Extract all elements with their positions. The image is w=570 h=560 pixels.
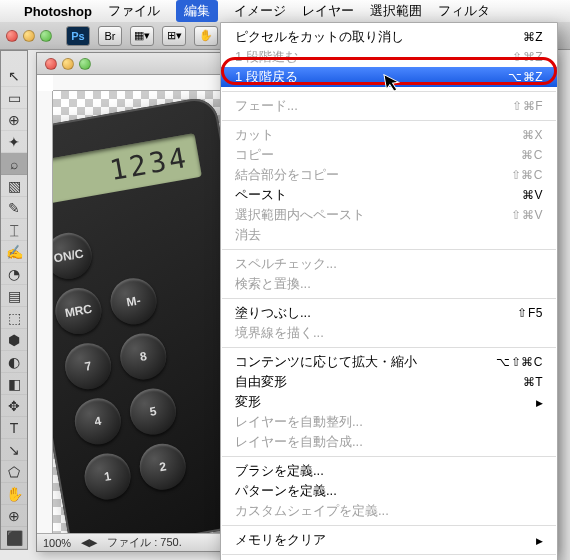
menu-item-label: 1 段階進む (235, 48, 298, 66)
calc-button-1: 1 (81, 450, 134, 503)
tool-19[interactable]: ✋ (1, 483, 27, 505)
calc-button-M-: M- (107, 275, 160, 328)
tool-2[interactable]: ⊕ (1, 109, 27, 131)
menu-item: 1 段階進む⇧⌘Z (221, 47, 557, 67)
minimize-button[interactable] (23, 30, 35, 42)
menu-shortcut: ⌘Z (523, 30, 543, 44)
menu-item-label: 変形 (235, 393, 261, 411)
menu-shortcut: ⌘C (521, 148, 543, 162)
menu-item[interactable]: ブラシを定義... (221, 461, 557, 481)
menu-item-label: 1 段階戻る (235, 68, 298, 86)
menu-item-label: フェード... (235, 97, 298, 115)
tools-panel: ↖▭⊕✦⌕▧✎⌶✍◔▤⬚⬢◐◧✥T↘⬠✋⊕⬛ (0, 50, 28, 550)
menu-item-label: 検索と置換... (235, 275, 311, 293)
menu-item-label: ピクセルをカットの取り消し (235, 28, 404, 46)
tool-16[interactable]: T (1, 417, 27, 439)
menu-item[interactable]: 自由変形⌘T (221, 372, 557, 392)
tool-4[interactable]: ⌕ (1, 153, 27, 175)
hand-tool-shortcut-icon[interactable]: ✋ (194, 26, 218, 46)
tool-11[interactable]: ⬚ (1, 307, 27, 329)
menu-item[interactable]: パターンを定義... (221, 481, 557, 501)
menu-image[interactable]: イメージ (234, 2, 286, 20)
menu-item-label: 選択範囲内へペースト (235, 206, 365, 224)
menu-item[interactable]: 1 段階戻る⌥⌘Z (221, 67, 557, 87)
menu-shortcut: ⌘X (522, 128, 543, 142)
menu-item: 境界線を描く... (221, 323, 557, 343)
zoom-button[interactable] (40, 30, 52, 42)
menu-item-label: 塗りつぶし... (235, 304, 311, 322)
app-window-controls (6, 30, 52, 42)
tool-6[interactable]: ✎ (1, 197, 27, 219)
ps-icon[interactable]: Ps (66, 26, 90, 46)
doc-minimize-button[interactable] (62, 58, 74, 70)
menu-item[interactable]: コンテンツに応じて拡大・縮小⌥⇧⌘C (221, 352, 557, 372)
ruler-vertical (37, 91, 53, 533)
zoom-level[interactable]: 100% (43, 537, 71, 549)
menu-item-label: ペースト (235, 186, 287, 204)
menu-item[interactable]: ピクセルをカットの取り消し⌘Z (221, 27, 557, 47)
calc-button-7: 7 (61, 339, 114, 392)
menu-layer[interactable]: レイヤー (302, 2, 354, 20)
menu-item-label: メモリをクリア (235, 531, 326, 549)
menu-separator (222, 456, 556, 457)
menu-item[interactable]: 変形 (221, 392, 557, 412)
calc-button-5: 5 (126, 385, 179, 438)
menu-item[interactable]: ペースト⌘V (221, 185, 557, 205)
menu-item-label: ブラシを定義... (235, 462, 324, 480)
menu-item: 選択範囲内へペースト⇧⌘V (221, 205, 557, 225)
menu-separator (222, 347, 556, 348)
zoom-level-icon[interactable]: ⊞▾ (162, 26, 186, 46)
menu-item: レイヤーを自動整列... (221, 412, 557, 432)
tool-8[interactable]: ✍ (1, 241, 27, 263)
menu-item-label: スペルチェック... (235, 255, 337, 273)
menu-item: 消去 (221, 225, 557, 245)
submenu-arrow-icon (536, 533, 544, 547)
file-info: ファイル : 750. (107, 535, 182, 550)
tool-12[interactable]: ⬢ (1, 329, 27, 351)
tool-20[interactable]: ⊕ (1, 505, 27, 527)
menu-select[interactable]: 選択範囲 (370, 2, 422, 20)
menu-edit[interactable]: 編集 (176, 0, 218, 22)
doc-zoom-button[interactable] (79, 58, 91, 70)
menu-item: スペルチェック... (221, 254, 557, 274)
menu-item[interactable]: 塗りつぶし...⇧F5 (221, 303, 557, 323)
tool-9[interactable]: ◔ (1, 263, 27, 285)
menu-item: 結合部分をコピー⇧⌘C (221, 165, 557, 185)
submenu-arrow-icon (536, 395, 544, 409)
menu-shortcut: ⌘T (523, 375, 543, 389)
menu-separator (222, 120, 556, 121)
tool-10[interactable]: ▤ (1, 285, 27, 307)
menu-separator (222, 554, 556, 555)
tool-1[interactable]: ▭ (1, 87, 27, 109)
menu-item: フェード...⇧⌘F (221, 96, 557, 116)
screen-mode-icon[interactable]: ▦▾ (130, 26, 154, 46)
menu-filter[interactable]: フィルタ (438, 2, 490, 20)
menu-item[interactable]: メモリをクリア (221, 530, 557, 550)
calc-button-4: 4 (71, 395, 124, 448)
close-button[interactable] (6, 30, 18, 42)
tool-14[interactable]: ◧ (1, 373, 27, 395)
tool-21[interactable]: ⬛ (1, 527, 27, 549)
menu-shortcut: ⌥⌘Z (508, 70, 543, 84)
tool-7[interactable]: ⌶ (1, 219, 27, 241)
app-name[interactable]: Photoshop (24, 4, 92, 19)
tool-13[interactable]: ◐ (1, 351, 27, 373)
tool-15[interactable]: ✥ (1, 395, 27, 417)
calc-button-8: 8 (117, 330, 170, 383)
tool-3[interactable]: ✦ (1, 131, 27, 153)
menu-item-label: パターンを定義... (235, 482, 337, 500)
menu-item-label: 消去 (235, 226, 261, 244)
tool-0[interactable]: ↖ (1, 65, 27, 87)
tool-18[interactable]: ⬠ (1, 461, 27, 483)
bridge-icon[interactable]: Br (98, 26, 122, 46)
menu-separator (222, 525, 556, 526)
menu-item: 検索と置換... (221, 274, 557, 294)
tool-5[interactable]: ▧ (1, 175, 27, 197)
menu-file[interactable]: ファイル (108, 2, 160, 20)
menu-item: コピー⌘C (221, 145, 557, 165)
menu-shortcut: ⌘V (522, 188, 543, 202)
menu-item-label: コピー (235, 146, 274, 164)
tool-17[interactable]: ↘ (1, 439, 27, 461)
doc-close-button[interactable] (45, 58, 57, 70)
menu-item-label: 境界線を描く... (235, 324, 324, 342)
